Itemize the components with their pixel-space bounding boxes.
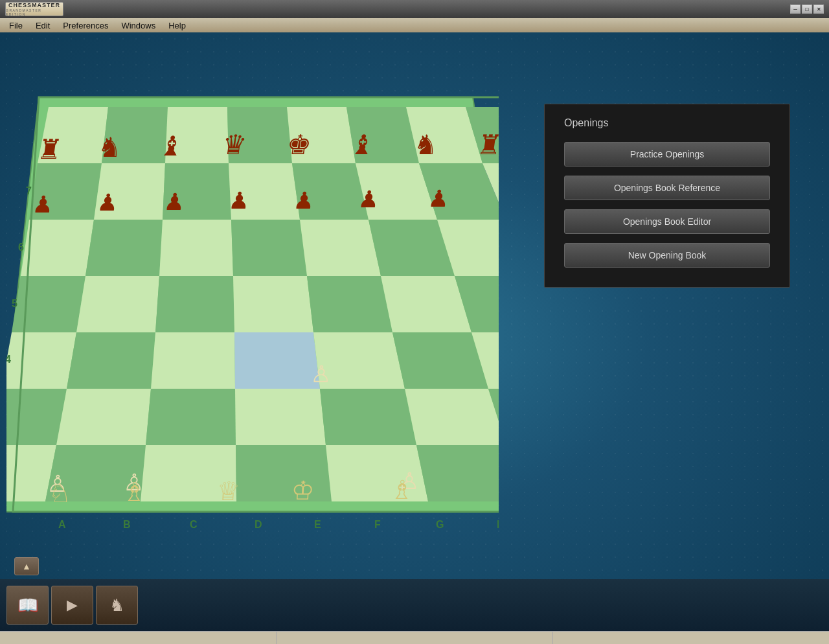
square-c4[interactable] <box>151 332 235 389</box>
piece-dark-pawn-g7[interactable]: ♟ <box>427 185 450 212</box>
piece-dark-rook-h8[interactable]: ♜ <box>475 130 499 160</box>
menu-windows[interactable]: Windows <box>115 19 162 32</box>
square-c5[interactable] <box>155 276 234 332</box>
square-d3[interactable] <box>235 389 326 445</box>
square-c3[interactable] <box>146 389 236 445</box>
piece-dark-pawn-d7[interactable]: ♟ <box>227 187 251 214</box>
piece-dark-king-e8[interactable]: ♚ <box>285 130 313 160</box>
file-label-h: H <box>497 519 499 530</box>
menu-help[interactable]: Help <box>162 19 192 32</box>
knight-button[interactable]: ♞ <box>96 586 138 625</box>
square-d2[interactable] <box>236 445 332 501</box>
window-controls: ─ □ ✕ <box>790 5 824 14</box>
square-c6[interactable] <box>159 220 233 276</box>
square-d5[interactable] <box>233 276 313 332</box>
square-b4[interactable] <box>67 332 155 389</box>
piece-dark-pawn-a7[interactable]: ♟ <box>31 191 54 218</box>
piece-light-pawn-e2[interactable]: ♙ <box>310 361 332 387</box>
app-title: CHESSMASTER <box>8 2 60 8</box>
piece-dark-bishop-f8[interactable]: ♝ <box>348 130 377 160</box>
piece-light-king-e1[interactable]: ♔ <box>291 476 315 505</box>
piece-dark-bishop-c8[interactable]: ♝ <box>157 131 186 161</box>
square-f3[interactable] <box>405 389 499 445</box>
piece-light-knight-b1[interactable]: ♘ <box>48 479 73 507</box>
square-f2[interactable] <box>416 445 499 501</box>
file-label-e: E <box>314 519 321 530</box>
file-label-c: C <box>190 519 198 530</box>
app-subtitle: GRANDMASTER EDITION <box>6 8 63 16</box>
play-button[interactable]: ▶ <box>51 586 93 625</box>
file-label-a: A <box>58 519 66 530</box>
chess-board[interactable]: 7 6 5 4 3 2 1 A B C D E F G H ♜ ♞ ♝ ♛ <box>6 58 499 538</box>
piece-dark-rook-a8[interactable]: ♜ <box>36 134 64 165</box>
file-label-f: F <box>374 519 381 530</box>
square-b3[interactable] <box>56 389 151 445</box>
minimize-button[interactable]: ─ <box>790 5 801 14</box>
menu-preferences[interactable]: Preferences <box>56 19 115 32</box>
status-segment-1 <box>0 632 277 644</box>
square-e3[interactable] <box>320 389 416 445</box>
openings-panel-title: Openings <box>564 117 770 129</box>
file-label-b: B <box>123 519 131 530</box>
square-b5[interactable] <box>76 276 159 332</box>
square-f4[interactable] <box>392 332 488 389</box>
square-a3[interactable] <box>6 389 67 445</box>
status-segment-2 <box>277 632 553 644</box>
openings-panel: Openings Practice Openings Openings Book… <box>544 104 790 288</box>
square-d6[interactable] <box>231 220 307 276</box>
square-b6[interactable] <box>85 220 163 276</box>
square-a5[interactable] <box>12 276 85 332</box>
openings-book-reference-button[interactable]: Openings Book Reference <box>564 176 770 200</box>
title-bar-left: CHESSMASTER GRANDMASTER EDITION <box>5 2 63 16</box>
rank-label-7: 7 <box>26 185 32 196</box>
book-button[interactable]: 📖 <box>6 586 49 625</box>
status-segment-3 <box>553 632 829 644</box>
piece-dark-knight-b8[interactable]: ♞ <box>95 132 124 163</box>
piece-dark-pawn-e7[interactable]: ♟ <box>292 187 315 214</box>
bottom-toolbar: ▲ 📖 ▶ ♞ <box>0 579 829 631</box>
file-label-d: D <box>255 519 262 530</box>
file-label-g: G <box>436 519 444 530</box>
piece-dark-pawn-b7[interactable]: ♟ <box>97 189 120 216</box>
scroll-up-button[interactable]: ▲ <box>14 557 39 575</box>
piece-dark-pawn-c7[interactable]: ♟ <box>163 189 186 215</box>
maximize-button[interactable]: □ <box>802 5 812 14</box>
practice-openings-button[interactable]: Practice Openings <box>564 142 770 167</box>
square-e5[interactable] <box>307 276 392 332</box>
piece-light-bishop-c1[interactable]: ♗ <box>122 477 147 506</box>
rank-label-4: 4 <box>6 354 11 365</box>
square-e6[interactable] <box>300 220 381 276</box>
square-a4[interactable] <box>6 332 76 389</box>
piece-dark-pawn-f7[interactable]: ♟ <box>357 186 380 213</box>
rank-label-6: 6 <box>18 242 24 253</box>
menu-edit[interactable]: Edit <box>29 19 56 32</box>
piece-dark-knight-g8[interactable]: ♞ <box>412 130 440 160</box>
chess-board-container: 7 6 5 4 3 2 1 A B C D E F G H ♜ ♞ ♝ ♛ <box>6 58 499 538</box>
menu-file[interactable]: File <box>3 19 29 32</box>
title-bar: CHESSMASTER GRANDMASTER EDITION ─ □ ✕ <box>0 0 829 18</box>
piece-dark-queen-d8[interactable]: ♛ <box>220 130 249 160</box>
square-d4-highlight[interactable] <box>234 332 320 389</box>
main-area: 7 6 5 4 3 2 1 A B C D E F G H ♜ ♞ ♝ ♛ <box>0 32 829 644</box>
piece-light-bishop-f1[interactable]: ♗ <box>390 476 414 504</box>
status-bar <box>0 631 829 644</box>
piece-light-queen-d1[interactable]: ♕ <box>216 477 241 505</box>
app-logo: CHESSMASTER GRANDMASTER EDITION <box>5 2 63 16</box>
new-opening-book-button[interactable]: New Opening Book <box>564 243 770 268</box>
openings-book-editor-button[interactable]: Openings Book Editor <box>564 209 770 234</box>
rank-label-5: 5 <box>12 298 17 309</box>
close-button[interactable]: ✕ <box>813 5 824 14</box>
square-a6[interactable] <box>21 220 94 276</box>
menu-bar: File Edit Preferences Windows Help <box>0 18 829 32</box>
